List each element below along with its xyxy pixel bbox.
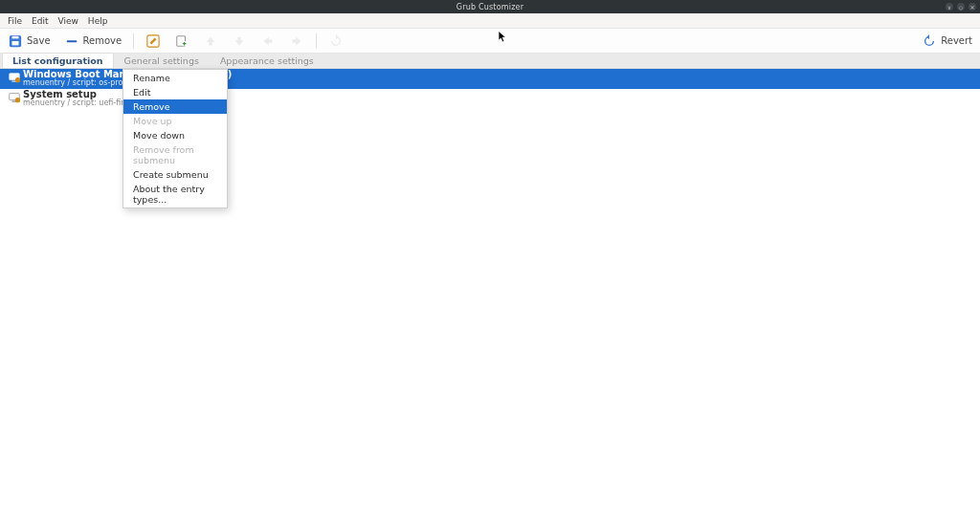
context-menu-rename[interactable]: Rename [123, 71, 227, 85]
move-up-button[interactable] [199, 32, 222, 51]
context-menu: Rename Edit Remove Move up Move down Rem… [122, 69, 228, 208]
svg-point-9 [15, 77, 20, 82]
undo-button[interactable] [256, 32, 279, 51]
minimize-button[interactable]: ∨ [946, 3, 953, 11]
context-menu-remove-from-submenu: Remove from submenu [123, 142, 227, 167]
remove-button-toolbar[interactable]: Remove [60, 32, 126, 51]
window-controls: ∨ ◇ ✕ [946, 0, 976, 13]
save-button[interactable]: Save [4, 32, 55, 51]
maximize-button[interactable]: ◇ [957, 3, 965, 11]
titlebar: Grub Customizer ∨ ◇ ✕ [0, 0, 980, 13]
menu-item-edit[interactable]: Edit [28, 15, 52, 27]
context-menu-move-down[interactable]: Move down [123, 128, 227, 142]
revert-label: Revert [941, 35, 972, 46]
entry-icon [6, 70, 23, 84]
save-label: Save [27, 35, 51, 46]
entry-list[interactable]: Windows Boot Manager (on /dev/sdb2) menu… [0, 69, 980, 524]
tabs-strip: List configuration General settings Appe… [0, 54, 980, 69]
revert-icon [922, 33, 937, 49]
edit-button[interactable] [142, 32, 165, 51]
tab-list-configuration[interactable]: List configuration [2, 53, 114, 68]
tab-appearance-settings[interactable]: Appearance settings [210, 53, 324, 68]
save-icon [8, 33, 23, 49]
redo-button[interactable] [285, 32, 308, 51]
pencil-icon [145, 33, 161, 49]
menubar: File Edit View Help [0, 13, 980, 29]
refresh-button[interactable] [324, 32, 347, 51]
arrow-left-icon [260, 33, 276, 49]
svg-rect-2 [12, 41, 19, 45]
menu-item-view[interactable]: View [55, 15, 82, 27]
remove-label: Remove [83, 35, 122, 46]
revert-button[interactable]: Revert [918, 32, 976, 51]
refresh-icon [328, 33, 344, 49]
svg-rect-1 [12, 35, 19, 38]
context-menu-move-up: Move up [123, 114, 227, 128]
arrow-up-icon [203, 33, 218, 49]
new-entry-button[interactable] [170, 32, 193, 51]
move-down-button[interactable] [228, 32, 251, 51]
toolbar-separator [133, 33, 134, 49]
context-menu-create-submenu[interactable]: Create submenu [123, 167, 227, 182]
context-menu-remove[interactable]: Remove [123, 99, 227, 114]
svg-rect-3 [66, 40, 77, 42]
tab-general-settings[interactable]: General settings [114, 53, 210, 68]
svg-point-12 [15, 98, 20, 102]
menu-item-file[interactable]: File [4, 15, 26, 27]
toolbar-separator [316, 33, 317, 49]
minus-icon [64, 33, 79, 49]
context-menu-edit[interactable]: Edit [123, 85, 227, 99]
arrow-right-icon [289, 33, 304, 49]
entry-icon [6, 90, 23, 104]
new-icon [174, 33, 189, 49]
menu-item-help[interactable]: Help [84, 15, 112, 27]
context-menu-about-entry-types[interactable]: About the entry types... [123, 182, 227, 207]
arrow-down-icon [232, 33, 247, 49]
window-title: Grub Customizer [457, 3, 523, 11]
toolbar: Save Remove [0, 29, 980, 54]
close-button[interactable]: ✕ [969, 3, 976, 11]
